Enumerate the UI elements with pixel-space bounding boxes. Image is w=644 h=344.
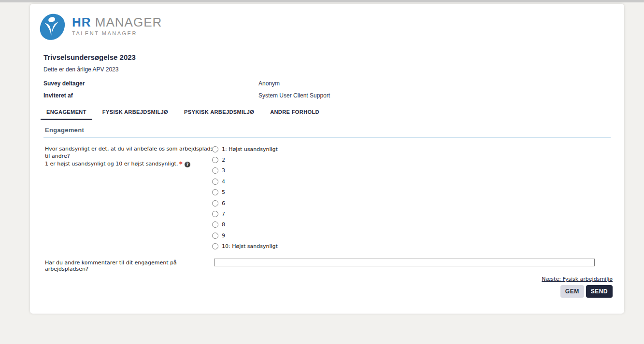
- question1-text: Hvor sandsynligt er det, at du vil anbef…: [45, 145, 215, 167]
- rating-radio-8[interactable]: [212, 221, 218, 228]
- rating-option-label: 3: [222, 167, 225, 174]
- survey-title: Trivselsundersøgelse 2023: [43, 53, 136, 61]
- hr-manager-logo: HR MANAGER TALENT MANAGER: [39, 14, 162, 41]
- rating-option-label: 10: Højst sandsynligt: [222, 243, 278, 249]
- question1-subline: 1 er højst usandsynligt og 10 er højst s…: [45, 160, 215, 167]
- logo-text: HR MANAGER TALENT MANAGER: [72, 14, 162, 36]
- required-asterisk-icon: ✱: [179, 161, 183, 165]
- rating-option-1[interactable]: 1: Højst usandsynligt: [212, 144, 278, 154]
- comment-input[interactable]: [214, 259, 595, 266]
- section-title: Engagement: [45, 126, 84, 134]
- invited-by-value: System User Client Support: [258, 92, 330, 99]
- rating-radio-4[interactable]: [212, 179, 218, 185]
- tab-fysisk-arbejdsmiljø[interactable]: FYSISK ARBEJDSMILJØ: [97, 106, 174, 120]
- hr-manager-logo-icon: [39, 14, 66, 41]
- send-button[interactable]: SEND: [586, 285, 613, 298]
- rating-option-label: 2: [222, 157, 225, 163]
- rating-option-3[interactable]: 3: [212, 165, 278, 176]
- rating-option-label: 4: [222, 179, 225, 185]
- rating-radio-9[interactable]: [212, 233, 218, 239]
- rating-option-label: 1: Højst usandsynligt: [222, 146, 278, 152]
- rating-radio-2[interactable]: [212, 157, 218, 163]
- save-button[interactable]: GEM: [560, 285, 584, 298]
- help-icon[interactable]: ?: [185, 162, 190, 167]
- rating-radio-3[interactable]: [212, 167, 218, 174]
- rating-radio-7[interactable]: [212, 211, 218, 217]
- participant-label: Suvey deltager: [43, 80, 85, 87]
- survey-card: HR MANAGER TALENT MANAGER Trivselsunders…: [30, 4, 624, 314]
- rating-option-label: 6: [222, 200, 225, 206]
- tab-psykisk-arbejdsmiljø[interactable]: PSYKISK ARBEJDSMILJØ: [178, 106, 260, 120]
- footer-buttons: GEM SEND: [560, 285, 613, 298]
- invited-by-label: Inviteret af: [43, 92, 73, 99]
- logo-manager: MANAGER: [95, 15, 162, 29]
- rating-option-7[interactable]: 7: [212, 208, 278, 219]
- tab-engagement[interactable]: ENGAGEMENT: [41, 106, 92, 120]
- logo-tagline: TALENT MANAGER: [72, 30, 162, 36]
- tab-andre-forhold[interactable]: ANDRE FORHOLD: [264, 106, 325, 120]
- rating-option-5[interactable]: 5: [212, 187, 278, 198]
- next-section-link[interactable]: Næste: Fysisk arbejdsmiljø: [542, 276, 613, 282]
- rating-radio-5[interactable]: [212, 189, 218, 195]
- tabs: ENGAGEMENTFYSISK ARBEJDSMILJØPSYKISK ARB…: [41, 106, 325, 120]
- rating-option-label: 9: [222, 233, 225, 239]
- rating-radio-10[interactable]: [212, 243, 218, 249]
- survey-description: Dette er den årlige APV 2023: [43, 66, 118, 73]
- rating-option-4[interactable]: 4: [212, 176, 278, 187]
- rating-radio-6[interactable]: [212, 200, 218, 206]
- rating-options: 1: Højst usandsynligt2345678910: Højst s…: [212, 144, 278, 252]
- rating-option-label: 8: [222, 221, 225, 228]
- section-header: Engagement: [43, 125, 611, 138]
- question1-line: Hvor sandsynligt er det, at du vil anbef…: [45, 145, 215, 160]
- rating-option-6[interactable]: 6: [212, 198, 278, 208]
- logo-wordmark: HR MANAGER: [72, 15, 162, 29]
- top-strip: [0, 0, 644, 2]
- question2-text: Har du andre kommentarer til dit engagem…: [45, 260, 215, 272]
- rating-option-10[interactable]: 10: Højst sandsynligt: [212, 241, 278, 252]
- rating-option-9[interactable]: 9: [212, 230, 278, 241]
- question1-subtext: 1 er højst usandsynligt og 10 er højst s…: [45, 161, 178, 167]
- rating-radio-1[interactable]: [212, 146, 218, 152]
- rating-option-2[interactable]: 2: [212, 154, 278, 165]
- rating-option-label: 7: [222, 211, 225, 217]
- participant-value: Anonym: [258, 80, 280, 87]
- logo-hr: HR: [72, 15, 91, 29]
- rating-option-label: 5: [222, 189, 225, 195]
- rating-option-8[interactable]: 8: [212, 220, 278, 230]
